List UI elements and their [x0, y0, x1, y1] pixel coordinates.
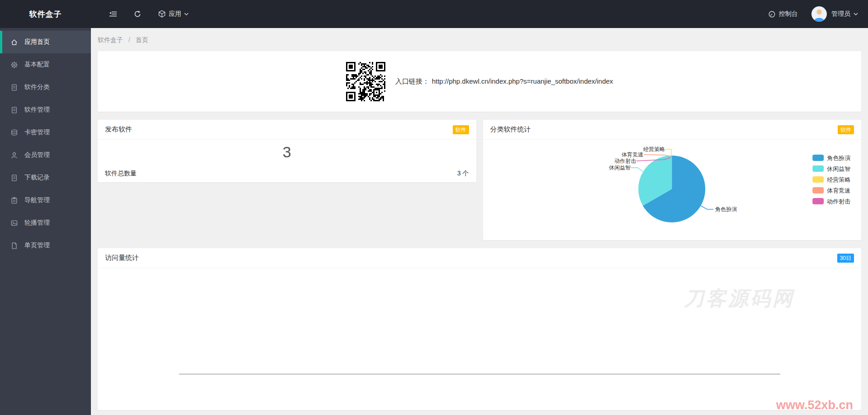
visits-stats-card: 访问量统计 30日 刀客源码网 www.52xb.cn: [98, 248, 861, 410]
sidebar-item-label: 软件分类: [24, 83, 50, 91]
pie-label-action-shooting: 动作射击: [614, 158, 636, 164]
legend-item-sports-racing[interactable]: 体育竞速: [812, 187, 850, 194]
home-icon: [10, 38, 18, 46]
entry-link-label: 入口链接：: [395, 77, 429, 85]
legend-swatch: [812, 198, 824, 204]
console-gauge-icon: [768, 10, 776, 18]
card-title: 访问量统计: [105, 254, 139, 262]
topbar: 软件盒子 应用 控制台 管理员: [0, 0, 868, 28]
legend-label: 角色扮演: [827, 155, 850, 161]
sidebar: 应用首页 基本配置 软件分类 软件管理 卡密管理 会员管理 下载记录 导航管理: [0, 28, 91, 415]
sidebar-item-basic-config[interactable]: 基本配置: [0, 53, 91, 76]
sidebar-item-carousel-manage[interactable]: 轮播管理: [0, 212, 91, 234]
chevron-down-icon: [854, 13, 858, 15]
legend-item-role-playing[interactable]: 角色扮演: [812, 155, 850, 161]
layers-icon: [10, 129, 18, 137]
legend-item-casual-puzzle[interactable]: 休闲益智: [812, 165, 850, 172]
console-button[interactable]: 控制台: [768, 10, 798, 18]
card-title: 分类软件统计: [490, 125, 531, 134]
pie-label-role-playing: 角色扮演: [715, 206, 737, 212]
doc-icon: [10, 174, 18, 182]
qr-code-image: [346, 62, 385, 101]
legend-item-action-shooting[interactable]: 动作射击: [812, 198, 850, 205]
file-icon: [10, 242, 18, 250]
sidebar-toggle-button[interactable]: [109, 10, 117, 18]
watermark-source-site: 刀客源码网: [684, 285, 795, 312]
sidebar-item-label: 会员管理: [24, 151, 50, 159]
user-menu-label: 管理员: [831, 10, 850, 18]
legend-label: 动作射击: [827, 198, 850, 205]
card-title: 发布软件: [105, 125, 132, 134]
x-axis-line: [179, 374, 780, 374]
publish-software-card: 发布软件 软件 3 软件总数量 3 个: [98, 120, 476, 182]
sidebar-item-label: 单页管理: [24, 241, 50, 250]
legend-swatch: [812, 187, 824, 193]
software-total-number: 3: [98, 143, 476, 161]
legend-label: 经营策略: [827, 176, 850, 183]
user-icon: [10, 151, 18, 159]
cube-icon: [158, 10, 166, 18]
sidebar-item-single-page-manage[interactable]: 单页管理: [0, 234, 91, 257]
sidebar-item-label: 下载记录: [24, 174, 50, 182]
avatar[interactable]: [811, 6, 827, 22]
software-badge: 软件: [838, 125, 854, 134]
entry-link-url: http://php.dkewl.cn/index.php?s=ruanjie_…: [432, 77, 613, 85]
breadcrumb-separator: /: [128, 36, 130, 43]
entry-link: 入口链接：http://php.dkewl.cn/index.php?s=rua…: [395, 77, 613, 86]
breadcrumb-root[interactable]: 软件盒子: [98, 36, 123, 43]
sidebar-item-software-category[interactable]: 软件分类: [0, 76, 91, 99]
software-total-label: 软件总数量: [105, 170, 137, 178]
label-line-business-strategy: [665, 149, 671, 156]
refresh-button[interactable]: [133, 10, 142, 18]
entry-link-card: 入口链接：http://php.dkewl.cn/index.php?s=rua…: [98, 51, 861, 112]
chevron-down-icon: [184, 13, 189, 15]
sidebar-item-label: 轮播管理: [24, 219, 50, 227]
clipboard-icon: [10, 197, 18, 204]
menu-fold-icon: [109, 10, 117, 18]
software-total-value: 3 个: [457, 170, 469, 178]
breadcrumb-current: 首页: [136, 36, 148, 43]
period-badge: 30日: [837, 254, 854, 263]
label-line-casual-puzzle: [631, 168, 643, 171]
sidebar-item-app-home[interactable]: 应用首页: [0, 31, 91, 53]
category-pie-chart: 经营策略 体育竞速 动作射击 休闲益智 角色扮演 角色扮演 休闲益智 经营策略: [483, 140, 862, 240]
pie-label-sports-racing: 体育竞速: [621, 151, 643, 158]
console-label: 控制台: [779, 10, 798, 18]
sidebar-item-label: 导航管理: [24, 196, 50, 204]
gear-icon: [10, 61, 18, 69]
visits-chart-area: 刀客源码网 www.52xb.cn: [98, 268, 861, 410]
user-menu[interactable]: 管理员: [831, 10, 858, 18]
watermark-site-url: www.52xb.cn: [776, 398, 853, 412]
legend-swatch: [812, 155, 824, 161]
legend-label: 休闲益智: [826, 165, 850, 172]
sidebar-item-nav-manage[interactable]: 导航管理: [0, 189, 91, 212]
label-line-role-playing: [701, 206, 713, 209]
app-menu[interactable]: 应用: [158, 10, 189, 18]
legend-swatch: [812, 165, 824, 172]
legend-label: 体育竞速: [827, 187, 850, 194]
pie-label-business-strategy: 经营策略: [643, 146, 665, 152]
doc-icon: [10, 84, 18, 91]
app-menu-label: 应用: [169, 10, 181, 18]
app-logo[interactable]: 软件盒子: [0, 9, 91, 19]
sidebar-item-label: 基本配置: [24, 61, 50, 69]
sidebar-item-label: 应用首页: [24, 38, 50, 46]
refresh-icon: [133, 10, 142, 18]
sidebar-item-software-manage[interactable]: 软件管理: [0, 99, 91, 121]
software-badge: 软件: [453, 125, 469, 134]
breadcrumb: 软件盒子 / 首页: [98, 34, 861, 45]
sidebar-item-label: 卡密管理: [24, 128, 50, 137]
person-icon: [811, 6, 827, 22]
legend-item-business-strategy[interactable]: 经营策略: [812, 176, 850, 183]
image-icon: [10, 219, 18, 227]
category-stats-card: 分类软件统计 软件 经营策略 体育竞速 动作射击 休闲益智 角色扮演: [483, 120, 862, 240]
doc-icon: [10, 106, 18, 114]
main-content: 软件盒子 / 首页 入口链接：http://php.dkewl.cn/index…: [91, 28, 868, 410]
sidebar-item-label: 软件管理: [24, 106, 50, 114]
pie-label-casual-puzzle: 休闲益智: [609, 165, 631, 171]
legend-swatch: [812, 176, 824, 183]
sidebar-item-download-records[interactable]: 下载记录: [0, 166, 91, 189]
sidebar-item-member-manage[interactable]: 会员管理: [0, 144, 91, 166]
sidebar-item-card-key-manage[interactable]: 卡密管理: [0, 121, 91, 144]
